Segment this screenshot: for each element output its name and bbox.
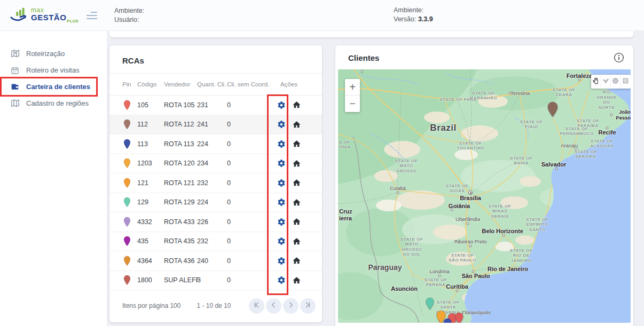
sidebar-item-label: Roteirização [26,50,65,58]
sidebar-item-roteiro-de-visitas[interactable]: Roteiro de visitas [2,62,96,78]
calendar-icon [10,66,20,75]
city-dot [555,168,558,170]
settings-button[interactable] [274,140,289,148]
usuario-label: Usuário: [114,15,144,25]
table-row[interactable]: 129ROTA 1292240 [109,193,322,213]
environment-version-info: Ambiente: Versão: 3.3.9 [394,6,433,24]
city-dot [610,114,613,116]
clientes-panel-title: Clientes [348,53,379,62]
table-row[interactable]: 1800SUP ALEFF30 [109,271,322,291]
logo-word-plus: PLUS [67,19,78,23]
rca-panel: RCAs PinCódigoVendedorQuant. Cli.Cli. se… [109,45,322,322]
city-dot [502,234,505,237]
page-next-icon [286,300,295,311]
pin-icon [122,236,137,247]
draw-circle-button[interactable] [611,76,621,88]
cli-sem-coord-cell: 0 [227,121,274,128]
versao-value: 3.3.9 [418,15,433,23]
city-dot [509,92,512,95]
page-first-icon [252,300,261,311]
page-prev-icon [269,300,278,311]
rca-table-header: PinCódigoVendedorQuant. Cli.Cli. sem Coo… [109,74,322,96]
pin-icon [122,100,137,110]
home-button[interactable] [289,159,304,168]
sidebar-item-roteirizacao[interactable]: Roteirização [2,45,96,62]
versao-label: Versão: [394,15,416,23]
scrolled-card-edge [109,30,633,37]
pan-hand-button[interactable] [592,76,601,88]
draw-rectangle-button[interactable] [621,76,630,88]
rca-panel-title: RCAs [109,45,322,74]
settings-button[interactable] [274,120,289,129]
home-button[interactable] [289,100,304,109]
map-marker-icon[interactable] [426,297,435,312]
table-row[interactable]: 4332ROTA 4332260 [109,212,322,232]
page-last-button[interactable] [300,298,316,314]
home-button[interactable] [289,256,304,265]
settings-button[interactable] [274,257,289,265]
page-last-icon [303,300,312,311]
settings-button[interactable] [274,237,289,245]
table-row[interactable]: 112ROTA 1122410 [109,115,322,135]
draw-polygon-button[interactable] [601,76,611,88]
clientes-panel: Clientes [335,45,633,326]
sidebar-item-cadastro-de-regioes[interactable]: Cadastro de regiões [2,95,96,112]
sidebar: RoteirizaçãoRoteiro de visitasCarteira d… [0,30,107,326]
map-zoom-control: + − [345,79,360,112]
vendedor-cell: SUP ALEFF [164,276,197,284]
settings-button[interactable] [274,179,289,187]
quant-cli-cell: 224 [197,140,227,148]
home-button[interactable] [289,198,304,207]
cli-sem-coord-cell: 0 [227,198,274,206]
map-zoom-out-button[interactable]: − [345,96,360,112]
page-range-label: 1 - 10 de 10 [197,302,231,309]
map-canvas[interactable]: FortalezaSTATE OF MARANHÃOTeresinaSTATE … [338,69,631,323]
menu-toggle-icon[interactable] [85,12,97,19]
sidebar-item-carteira-de-clientes[interactable]: Carteira de clientes [2,78,96,95]
city-dot [456,290,459,292]
table-row[interactable]: 105ROTA 1052310 [109,96,322,115]
page-next-button[interactable] [283,298,299,314]
city-dot [606,127,609,130]
quant-cli-cell: 226 [197,218,227,226]
pin-icon [122,197,137,208]
table-row[interactable]: 1203ROTA 1202340 [109,154,322,174]
settings-button[interactable] [274,276,289,284]
city-dot [361,70,364,73]
codigo-cell: 4364 [137,257,164,265]
map-zoom-in-button[interactable]: + [345,79,360,96]
codigo-cell: 129 [137,198,164,206]
vendedor-cell: ROTA 113 [164,140,197,148]
settings-button[interactable] [274,198,289,206]
home-button[interactable] [289,276,304,285]
city-dot [575,148,578,151]
settings-button[interactable] [274,218,289,226]
city-dot [392,288,395,290]
map-drawing-toolbar [591,75,631,89]
home-button[interactable] [289,237,304,246]
codigo-cell: 105 [137,101,164,109]
info-icon[interactable] [614,52,624,63]
pin-icon [122,217,137,227]
table-row[interactable]: 113ROTA 1132240 [109,134,322,154]
quant-cli-cell: 3 [197,276,227,284]
page-first-button[interactable] [249,298,264,314]
settings-button[interactable] [274,159,289,168]
map-marker-icon[interactable] [455,312,464,323]
home-button[interactable] [289,178,304,187]
table-row[interactable]: 121ROTA 1212320 [109,173,322,193]
page-prev-button[interactable] [266,298,281,314]
map-marker-icon[interactable] [443,318,452,323]
table-row[interactable]: 4364ROTA 4362400 [109,251,322,271]
settings-button[interactable] [274,101,289,109]
home-button[interactable] [289,217,304,226]
map-marker-icon[interactable] [547,101,559,120]
home-button[interactable] [289,120,304,129]
vendedor-cell: ROTA 120 [164,160,197,167]
pin-icon [122,139,137,149]
table-row[interactable]: 435ROTA 4352320 [109,232,322,252]
codigo-cell: 435 [137,237,164,245]
column-header-vendedor: Vendedor [164,81,197,88]
quant-cli-cell: 232 [197,179,227,187]
home-button[interactable] [289,139,304,148]
